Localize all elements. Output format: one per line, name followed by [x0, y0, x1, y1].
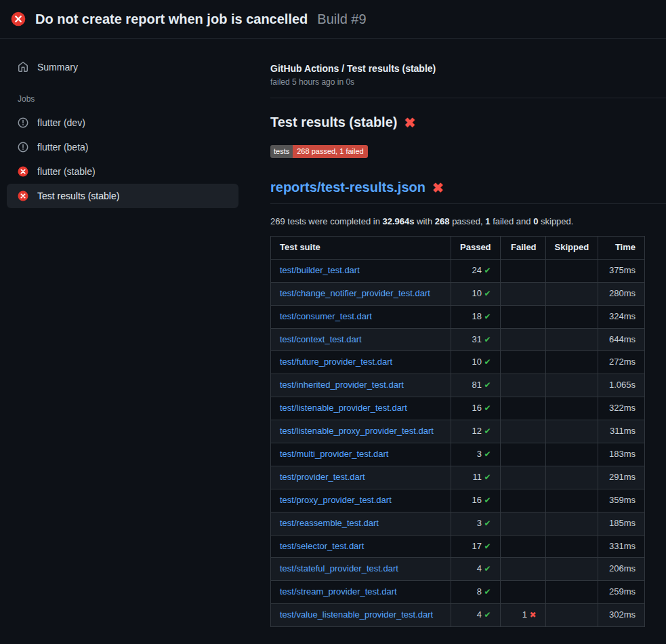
- time-cell: 259ms: [598, 581, 645, 604]
- test-suite-link[interactable]: test/listenable_proxy_provider_test.dart: [280, 426, 434, 436]
- check-icon: ✔: [484, 335, 491, 344]
- summary-failed-count: 1: [485, 216, 490, 226]
- summary-text: skipped.: [538, 216, 573, 226]
- test-suite-link[interactable]: test/context_test.dart: [280, 334, 362, 344]
- test-suite-cell: test/change_notifier_provider_test.dart: [271, 282, 451, 305]
- check-icon: ✔: [484, 266, 491, 275]
- check-icon: ✔: [484, 357, 491, 367]
- sidebar-item-flutter-beta[interactable]: flutter (beta): [7, 135, 238, 159]
- test-suite-cell: test/inherited_provider_test.dart: [271, 374, 451, 397]
- skipped-cell: [545, 351, 598, 374]
- test-suite-link[interactable]: test/stateful_provider_test.dart: [280, 563, 398, 573]
- check-icon: ✔: [484, 472, 491, 482]
- failed-status-icon: [18, 166, 28, 177]
- build-number: Build #9: [317, 12, 366, 27]
- summary-duration: 32.964s: [382, 216, 414, 226]
- test-table-head: Test suite Passed Failed Skipped Time: [271, 237, 645, 260]
- time-cell: 1.065s: [598, 374, 645, 397]
- column-header-test-suite: Test suite: [271, 237, 451, 260]
- test-suite-link[interactable]: test/change_notifier_provider_test.dart: [280, 288, 430, 298]
- test-suite-link[interactable]: test/provider_test.dart: [280, 472, 365, 482]
- x-icon: ✖: [530, 610, 537, 620]
- check-icon: ✔: [484, 426, 491, 436]
- skipped-cell: [545, 512, 598, 535]
- test-suite-cell: test/consumer_test.dart: [271, 305, 451, 328]
- table-row: test/listenable_provider_test.dart16 ✔32…: [271, 397, 645, 420]
- test-suite-cell: test/selector_test.dart: [271, 535, 451, 558]
- test-suite-link[interactable]: test/stream_provider_test.dart: [280, 586, 397, 597]
- failed-cell: [500, 397, 545, 420]
- table-row: test/change_notifier_provider_test.dart1…: [271, 282, 645, 305]
- table-row: test/consumer_test.dart18 ✔324ms: [271, 305, 645, 328]
- failed-cell: [500, 328, 545, 351]
- summary-text: with: [414, 216, 434, 226]
- skipped-cell: [545, 535, 598, 558]
- test-suite-link[interactable]: test/listenable_provider_test.dart: [280, 403, 407, 413]
- skipped-cell: [545, 558, 598, 581]
- test-suite-link[interactable]: test/builder_test.dart: [280, 265, 360, 275]
- report-link[interactable]: reports/test-results.json: [270, 180, 425, 195]
- column-header-failed: Failed: [500, 237, 545, 260]
- passed-cell: 17 ✔: [451, 535, 501, 558]
- main-content: GitHub Actions / Test results (stable) f…: [259, 39, 666, 627]
- time-cell: 291ms: [598, 466, 645, 489]
- test-suite-cell: test/proxy_provider_test.dart: [271, 489, 451, 512]
- test-suite-link[interactable]: test/consumer_test.dart: [280, 311, 372, 321]
- sidebar-item-summary[interactable]: Summary: [7, 55, 238, 79]
- failed-cell: [500, 535, 545, 558]
- failed-cell: [500, 351, 545, 374]
- time-cell: 272ms: [598, 351, 645, 374]
- check-icon: ✔: [484, 380, 491, 390]
- test-suite-cell: test/value_listenable_provider_test.dart: [271, 604, 451, 627]
- test-suite-link[interactable]: test/reassemble_test.dart: [280, 518, 379, 528]
- time-cell: 183ms: [598, 443, 645, 466]
- skipped-cell: [545, 282, 598, 305]
- sidebar-item-label: Test results (stable): [37, 190, 119, 201]
- table-row: test/listenable_proxy_provider_test.dart…: [271, 420, 645, 443]
- neutral-status-icon: [18, 117, 28, 128]
- passed-cell: 10 ✔: [451, 351, 501, 374]
- table-row: test/inherited_provider_test.dart81 ✔1.0…: [271, 374, 645, 397]
- time-cell: 322ms: [598, 397, 645, 420]
- failed-cell: 1 ✖: [500, 604, 545, 627]
- test-suite-link[interactable]: test/value_listenable_provider_test.dart: [280, 609, 433, 620]
- skipped-cell: [545, 259, 598, 282]
- test-suite-link[interactable]: test/future_provider_test.dart: [280, 357, 392, 367]
- table-row: test/selector_test.dart17 ✔331ms: [271, 535, 645, 558]
- test-table-body: test/builder_test.dart24 ✔375mstest/chan…: [271, 259, 645, 626]
- failed-cell: [500, 558, 545, 581]
- section-title: Test results (stable) ✖: [270, 115, 666, 130]
- passed-cell: 81 ✔: [451, 374, 501, 397]
- test-results-table: Test suite Passed Failed Skipped Time te…: [270, 236, 645, 627]
- check-icon: ✔: [484, 403, 491, 413]
- sidebar-item-flutter-stable[interactable]: flutter (stable): [7, 159, 238, 184]
- passed-cell: 24 ✔: [451, 259, 501, 282]
- sidebar-item-label: flutter (beta): [37, 142, 88, 153]
- sidebar-item-test-results-stable[interactable]: Test results (stable): [7, 184, 238, 208]
- test-suite-cell: test/listenable_proxy_provider_test.dart: [271, 420, 451, 443]
- test-suite-cell: test/future_provider_test.dart: [271, 351, 451, 374]
- passed-cell: 31 ✔: [451, 328, 501, 351]
- test-suite-link[interactable]: test/multi_provider_test.dart: [280, 449, 388, 459]
- test-suite-link[interactable]: test/selector_test.dart: [280, 541, 364, 551]
- test-suite-cell: test/multi_provider_test.dart: [271, 443, 451, 466]
- table-row: test/stateful_provider_test.dart4 ✔206ms: [271, 558, 645, 581]
- passed-cell: 3 ✔: [451, 512, 501, 535]
- skipped-cell: [545, 305, 598, 328]
- test-suite-cell: test/builder_test.dart: [271, 259, 451, 282]
- test-suite-link[interactable]: test/proxy_provider_test.dart: [280, 495, 392, 505]
- table-row: test/provider_test.dart11 ✔291ms: [271, 466, 645, 489]
- test-suite-link[interactable]: test/inherited_provider_test.dart: [280, 380, 404, 390]
- test-suite-cell: test/stream_provider_test.dart: [271, 581, 451, 604]
- test-suite-cell: test/listenable_provider_test.dart: [271, 397, 451, 420]
- check-icon: ✔: [484, 289, 491, 298]
- check-icon: ✔: [484, 519, 491, 528]
- failed-cell: [500, 512, 545, 535]
- table-row: test/value_listenable_provider_test.dart…: [271, 604, 645, 627]
- passed-cell: 4 ✔: [451, 604, 501, 627]
- check-icon: ✔: [484, 449, 491, 459]
- badge-label: tests: [270, 145, 293, 158]
- sidebar-item-flutter-dev[interactable]: flutter (dev): [7, 110, 238, 135]
- run-title: Do not create report when job is cancell…: [35, 12, 308, 27]
- check-icon: ✔: [484, 610, 491, 620]
